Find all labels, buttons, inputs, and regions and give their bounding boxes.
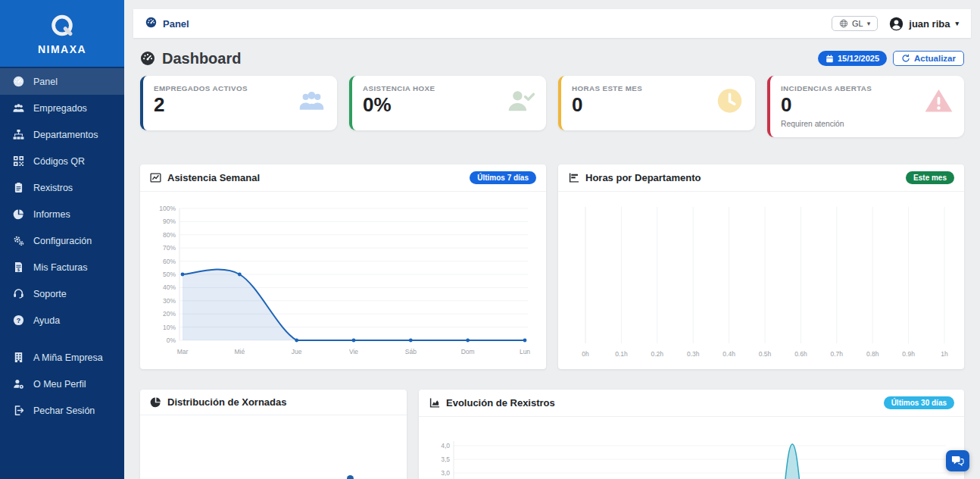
horas-bar-chart: 0h0.1h0.2h0.3h0.4h0.5h0.6h0.7h0.8h0.9h1h xyxy=(567,198,955,366)
svg-text:0.8h: 0.8h xyxy=(866,350,879,358)
users-icon xyxy=(298,88,326,117)
sidebar-item-a-mi-a-empresa[interactable]: A Miña Empresa xyxy=(0,344,124,371)
badge-ultimos-30-dias: Últimos 30 días xyxy=(884,396,954,409)
gauge-icon xyxy=(145,17,157,30)
gauge-icon xyxy=(140,51,155,66)
stat-card-asistencia-hoxe: ASISTENCIA HOXE0% xyxy=(349,76,546,130)
svg-text:Mar: Mar xyxy=(177,348,189,355)
sidebar-item-label: A Miña Empresa xyxy=(33,352,103,363)
sidebar-item-soporte[interactable]: Soporte xyxy=(0,280,124,307)
sidebar-item-mis-facturas[interactable]: $Mis Facturas xyxy=(0,254,124,280)
badge-este-mes: Este mes xyxy=(906,171,954,184)
sidebar-item-label: Pechar Sesión xyxy=(33,405,95,416)
qrcode-icon xyxy=(13,155,25,167)
sidebar-item-configuraci-n[interactable]: Configuración xyxy=(0,227,124,254)
sidebar-item-pechar-sesi-n[interactable]: Pechar Sesión xyxy=(0,397,124,424)
chat-icon xyxy=(950,455,965,468)
svg-text:40%: 40% xyxy=(163,283,176,291)
refresh-button[interactable]: Actualizar xyxy=(893,51,964,66)
asistencia-line-chart: 100%90%80%70%60%50%40%30%20%10%0%MarMiéJ… xyxy=(149,198,537,366)
chart-bar-icon xyxy=(568,172,579,183)
content: Dashboard 15/12/2025 Actualizar EMPREGAD… xyxy=(124,38,980,479)
svg-text:0.9h: 0.9h xyxy=(902,350,915,358)
svg-text:Lun: Lun xyxy=(520,348,530,355)
sidebar-item-label: Mis Facturas xyxy=(33,262,88,273)
card-asistencia-semanal: Asistencia Semanal Últimos 7 días 100%90… xyxy=(140,164,546,369)
card-evolucion-rexistros: Evolución de Rexistros Últimos 30 días 4… xyxy=(419,390,964,479)
chart-title: Asistencia Semanal xyxy=(167,172,260,183)
svg-text:0.6h: 0.6h xyxy=(794,350,807,358)
chart-body: 0h0.1h0.2h0.3h0.4h0.5h0.6h0.7h0.8h0.9h1h xyxy=(558,192,964,369)
card-header: Distribución de Xornadas xyxy=(140,390,407,415)
pie-chart-icon xyxy=(13,208,25,221)
page-title: Dashboard xyxy=(140,50,241,67)
stats-row: EMPREGADOS ACTIVOS2ASISTENCIA HOXE0%HORA… xyxy=(140,76,964,137)
gauge-icon xyxy=(13,76,25,88)
bottom-row: Distribución de Xornadas Evolución de Re… xyxy=(140,390,964,479)
chat-button[interactable] xyxy=(946,450,969,471)
language-code: GL xyxy=(852,19,863,28)
chevron-down-icon: ▾ xyxy=(867,20,871,27)
sidebar-divider xyxy=(0,333,124,344)
user-check-icon xyxy=(507,88,535,117)
stat-subtext: Requiren atención xyxy=(781,120,953,128)
page-header: Dashboard 15/12/2025 Actualizar xyxy=(140,47,964,70)
user-menu[interactable]: juan riba ▾ xyxy=(889,17,959,31)
brand-name: NIMAXA xyxy=(38,43,86,55)
sidebar-item-label: Departamentos xyxy=(33,130,98,140)
sidebar-item-o-meu-perfil[interactable]: O Meu Perfil xyxy=(0,371,124,397)
user-name: juan riba xyxy=(909,18,950,30)
gears-icon xyxy=(13,235,25,247)
sidebar-item-informes[interactable]: Informes xyxy=(0,201,124,227)
charts-row: Asistencia Semanal Últimos 7 días 100%90… xyxy=(140,164,964,369)
chart-area-icon xyxy=(429,397,440,409)
sidebar-item-label: Panel xyxy=(33,77,58,87)
language-selector[interactable]: GL ▾ xyxy=(832,16,878,31)
sidebar-item-label: Ayuda xyxy=(33,315,60,326)
building-icon xyxy=(13,352,25,364)
page-title-text: Dashboard xyxy=(162,50,241,67)
chart-title: Distribución de Xornadas xyxy=(167,396,286,408)
card-header: Horas por Departamento Este mes xyxy=(558,164,964,192)
sidebar-nav-secondary: A Miña EmpresaO Meu PerfilPechar Sesión xyxy=(0,344,124,424)
svg-text:20%: 20% xyxy=(163,310,176,318)
clock-icon xyxy=(716,88,744,117)
svg-text:80%: 80% xyxy=(163,231,176,239)
sidebar-item-label: O Meu Perfil xyxy=(33,379,86,390)
stat-card-incidencias-abertas: INCIDENCIAS ABERTAS0Requiren atención xyxy=(767,76,964,137)
svg-text:Dom: Dom xyxy=(461,348,475,355)
date-badge: 15/12/2025 xyxy=(818,51,887,66)
sidebar-item-c-digos-qr[interactable]: Códigos QR xyxy=(0,148,124,174)
clipboard-icon xyxy=(13,182,25,194)
stat-card-horas-este-mes: HORAS ESTE MES0 xyxy=(558,76,755,130)
sidebar-item-ayuda[interactable]: ?Ayuda xyxy=(0,307,124,333)
date-badge-text: 15/12/2025 xyxy=(838,54,879,63)
signout-icon xyxy=(13,405,25,417)
calendar-icon xyxy=(826,55,834,63)
brand: NIMAXA xyxy=(0,0,124,67)
evolucion-area-chart: 4,03,53,02,5 xyxy=(428,423,955,479)
sidebar-item-panel[interactable]: Panel xyxy=(0,68,124,95)
svg-text:50%: 50% xyxy=(163,271,176,278)
svg-text:?: ? xyxy=(17,317,20,324)
svg-text:90%: 90% xyxy=(163,218,176,225)
card-header: Evolución de Rexistros Últimos 30 días xyxy=(419,390,964,417)
logo-q-icon xyxy=(48,12,76,41)
sidebar-item-departamentos[interactable]: Departamentos xyxy=(0,121,124,148)
svg-text:0.1h: 0.1h xyxy=(615,350,628,358)
pie-legend-dot xyxy=(347,475,354,479)
sidebar-item-empregados[interactable]: Empregados xyxy=(0,95,124,121)
svg-text:30%: 30% xyxy=(163,297,176,305)
breadcrumb-label: Panel xyxy=(163,18,189,30)
stat-card-empregados-activos: EMPREGADOS ACTIVOS2 xyxy=(140,76,337,130)
svg-text:3,5: 3,5 xyxy=(441,456,450,463)
sidebar-item-rexistros[interactable]: Rexistros xyxy=(0,174,124,201)
avatar-icon xyxy=(889,17,904,31)
breadcrumb[interactable]: Panel xyxy=(145,17,189,30)
svg-text:0h: 0h xyxy=(582,350,589,358)
chart-title: Evolución de Rexistros xyxy=(446,397,555,409)
card-horas-departamento: Horas por Departamento Este mes 0h0.1h0.… xyxy=(558,164,964,369)
users-icon xyxy=(13,102,25,114)
svg-text:1h: 1h xyxy=(941,350,948,358)
svg-text:0%: 0% xyxy=(167,337,176,344)
